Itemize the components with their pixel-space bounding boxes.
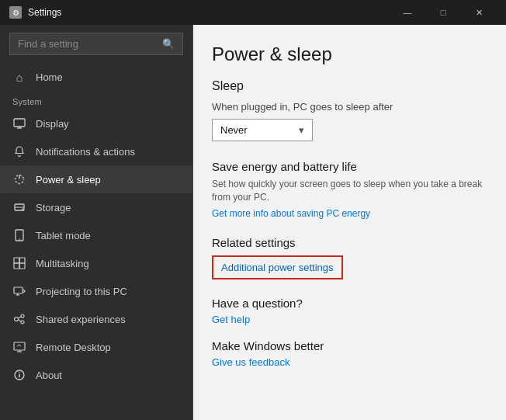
sidebar-item-about[interactable]: About [0,361,192,389]
svg-rect-0 [14,119,25,127]
svg-line-21 [19,320,22,321]
have-question-title: Have a question? [212,297,484,310]
have-question-section: Have a question? Get help [212,297,484,325]
sidebar-item-remote-label: Remote Desktop [36,342,111,353]
svg-rect-22 [14,342,25,350]
storage-icon [12,200,26,214]
svg-point-27 [19,372,20,373]
search-input[interactable] [18,38,162,50]
save-energy-description: Set how quickly your screen goes to slee… [212,178,484,204]
system-section-label: System [0,91,192,109]
minimize-button[interactable]: — [390,0,425,25]
sidebar-item-storage[interactable]: Storage [0,193,192,221]
save-energy-link[interactable]: Get more info about saving PC energy [212,208,484,219]
sidebar-item-power-label: Power & sleep [36,174,101,186]
sidebar-item-shared[interactable]: Shared experiences [0,305,192,333]
svg-rect-13 [19,263,25,269]
svg-point-18 [21,314,24,318]
sleep-section: Sleep When plugged in, PC goes to sleep … [212,79,484,141]
sleep-select[interactable]: Never ▾ [212,119,313,141]
home-icon: ⌂ [12,70,26,84]
make-windows-title: Make Windows better [212,339,484,352]
sidebar-item-notifications[interactable]: Notifications & actions [0,137,192,165]
content-area: Power & sleep Sleep When plugged in, PC … [193,25,506,420]
main-layout: 🔍 ⌂ Home System Display [0,25,506,420]
app-icon: ⚙ [9,6,22,19]
sidebar-item-projecting-label: Projecting to this PC [36,286,127,297]
sidebar-item-power[interactable]: Power & sleep [0,165,192,193]
svg-rect-11 [19,258,25,263]
sidebar-item-display-label: Display [36,118,69,130]
feedback-link[interactable]: Give us feedback [212,356,484,368]
sidebar-item-about-label: About [36,370,62,381]
tablet-icon [12,228,26,242]
about-icon [12,368,26,382]
sleep-label: When plugged in, PC goes to sleep after [212,101,484,113]
close-button[interactable]: ✕ [461,0,497,25]
svg-point-7 [22,209,23,210]
sidebar-item-display[interactable]: Display [0,109,192,137]
sidebar-item-remote[interactable]: Remote Desktop [0,333,192,361]
sleep-title: Sleep [212,79,484,93]
multitasking-icon [12,256,26,270]
sidebar-item-projecting[interactable]: Projecting to this PC [0,277,192,305]
projecting-icon [12,284,26,298]
display-icon [12,116,26,130]
page-title: Power & sleep [212,43,484,65]
svg-rect-14 [14,287,23,293]
related-settings-section: Related settings Additional power settin… [212,236,484,279]
sleep-select-value: Never [220,124,248,136]
sidebar-item-notifications-label: Notifications & actions [36,146,135,158]
get-help-link[interactable]: Get help [212,314,484,325]
sidebar-item-storage-label: Storage [36,202,71,213]
titlebar: ⚙ Settings — □ ✕ [0,0,506,25]
svg-rect-12 [14,263,19,269]
svg-point-17 [15,318,19,321]
svg-point-9 [19,238,20,240]
sidebar-item-multitasking[interactable]: Multitasking [0,249,192,277]
make-windows-section: Make Windows better Give us feedback [212,339,484,368]
power-icon [12,172,26,186]
window-controls: — □ ✕ [390,0,497,25]
svg-line-20 [19,317,22,318]
sidebar-item-tablet[interactable]: Tablet mode [0,221,192,249]
maximize-button[interactable]: □ [425,0,461,25]
related-settings-title: Related settings [212,236,484,249]
sidebar-item-tablet-label: Tablet mode [36,230,91,241]
save-energy-title: Save energy and battery life [212,160,484,173]
save-energy-section: Save energy and battery life Set how qui… [212,160,484,219]
app-title: Settings [28,7,61,18]
chevron-down-icon: ▾ [299,124,304,136]
sidebar-item-home[interactable]: ⌂ Home [0,63,192,91]
notifications-icon [12,144,26,158]
remote-icon [12,340,26,354]
sidebar-item-multitasking-label: Multitasking [36,258,89,269]
sidebar: 🔍 ⌂ Home System Display [0,25,192,420]
svg-point-19 [21,321,24,324]
additional-power-settings-link[interactable]: Additional power settings [212,255,343,279]
search-box[interactable]: 🔍 [9,33,183,55]
sidebar-item-home-label: Home [36,71,63,83]
sidebar-item-shared-label: Shared experiences [36,314,126,325]
search-icon: 🔍 [162,38,175,50]
shared-icon [12,312,26,326]
svg-rect-10 [14,258,19,263]
